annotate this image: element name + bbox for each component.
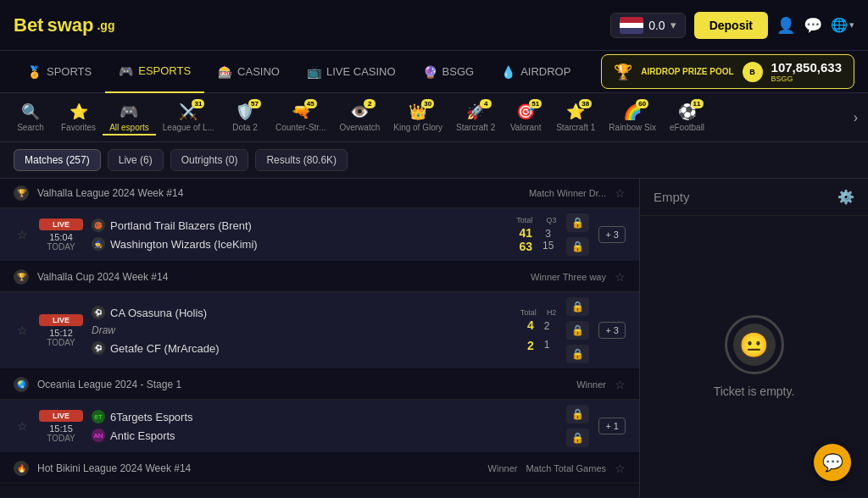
match-tabs-bar: Matches (257) Live (6) Outrights (0) Res… (0, 142, 868, 179)
sport-starcraft2[interactable]: 🚀 4 Starcraft 2 (449, 99, 502, 136)
team-logo-wizards: 🧙 (92, 237, 105, 251)
betslip-empty-message: Ticket is empty. (714, 385, 795, 398)
teams-6targets-antic: 6T 6Targets Esports AN Antic Esports (92, 410, 556, 442)
live-badge-oceania: LIVE (39, 410, 83, 422)
user-icon[interactable]: 👤 (776, 16, 795, 35)
tab-outrights[interactable]: Outrights (0) (170, 149, 249, 171)
airdrop-icon: 💧 (501, 65, 515, 79)
group-title-hot-bikini: Hot Bikini League 2024 Week #14 (37, 462, 480, 474)
score-q3-label: Q3 (546, 216, 556, 224)
sports-bar-next-button[interactable]: › (850, 110, 861, 125)
team-row-wizards: 🧙 Washington Wizards (IceKimi) (92, 237, 497, 251)
betslip-settings-button[interactable]: ⚙️ (837, 189, 854, 205)
team-name-getafe: Getafe CF (MrArcade) (110, 342, 220, 355)
logo: Betswap.gg (14, 14, 114, 36)
chat-button[interactable]: 💬 (814, 444, 851, 481)
messages-icon[interactable]: 💬 (804, 16, 822, 35)
team-row-osasuna: ⚽ CA Osasuna (Holis) (92, 306, 497, 319)
more-markets-button-oceania[interactable]: + 1 (598, 418, 626, 434)
group-favorite-button[interactable]: ☆ (615, 186, 626, 200)
tab-live[interactable]: Live (6) (108, 149, 164, 171)
score-team1-q3: 3 (545, 228, 551, 240)
bsgg-coin-icon: B (743, 62, 763, 82)
lol-icon-wrap: ⚔️ 31 (179, 102, 198, 121)
sport-dota2[interactable]: 🛡️ 57 Dota 2 (221, 99, 269, 136)
team-logo-osasuna: ⚽ (92, 306, 105, 319)
sport-overwatch[interactable]: 👁️ 2 Overwatch (332, 99, 387, 136)
lock-getafe[interactable]: 🔒 (566, 345, 589, 363)
nav-item-live-casino[interactable]: 📺 LIVE CASINO (293, 51, 409, 93)
casino-icon: 🎰 (218, 65, 232, 79)
sport-all-esports[interactable]: 🎮 All esports (103, 99, 156, 136)
tab-results[interactable]: Results (80.6K) (255, 149, 348, 171)
nav-item-casino[interactable]: 🎰 CASINO (204, 51, 293, 93)
csgo-label: Counter-Str... (275, 123, 326, 132)
group-oceania-icon: 🌏 (14, 377, 29, 392)
match-favorite-star[interactable]: ☆ (14, 228, 31, 241)
lock-antic[interactable]: 🔒 (566, 429, 589, 447)
nav-item-airdrop[interactable]: 💧 AIRDROP (487, 51, 584, 93)
bsgg-icon: 🔮 (423, 65, 437, 79)
sport-favorites[interactable]: ⭐ Favorites (54, 99, 103, 136)
sport-starcraft1[interactable]: ⭐ 38 Starcraft 1 (549, 99, 602, 136)
match-fav-star-oceania[interactable]: ☆ (14, 419, 31, 433)
lock-6targets[interactable]: 🔒 (566, 405, 589, 423)
matches-list: 🏆 Valhalla League 2024 Week #14 Match Wi… (0, 179, 639, 497)
lock-draw[interactable]: 🔒 (566, 321, 589, 340)
more-markets-button-blazers[interactable]: + 3 (598, 226, 626, 243)
chat-icon: 💬 (822, 452, 843, 473)
more-markets-button-cup[interactable]: + 3 (598, 322, 626, 339)
nav-item-bsgg[interactable]: 🔮 BSGG (409, 51, 488, 93)
nav-bsgg-label: BSGG (442, 65, 475, 78)
airdrop-banner[interactable]: 🏆 AIRDROP PRIZE POOL B 107,850,633 BSGG (601, 54, 854, 89)
tab-matches[interactable]: Matches (257) (14, 149, 101, 171)
main-nav: 🏅 SPORTS 🎮 ESPORTS 🎰 CASINO 📺 LIVE CASIN… (0, 51, 868, 93)
sport-valorant[interactable]: 🎯 51 Valorant (502, 99, 549, 136)
group-oceania-fav-button[interactable]: ☆ (615, 378, 626, 391)
csgo-icon-wrap: 🔫 45 (292, 102, 310, 121)
language-globe-button[interactable]: 🌐 ▾ (831, 17, 854, 33)
score-total-label: Total (516, 216, 532, 224)
sport-league-of-legends[interactable]: ⚔️ 31 League of L... (156, 99, 221, 136)
group-cup-icon: 🏆 (14, 269, 29, 285)
team-logo-antic: AN (92, 429, 105, 442)
team-logo-6targets: 6T (92, 410, 105, 423)
lock-col-oceania: 🔒 🔒 (565, 405, 590, 447)
airdrop-prize-label: AIRDROP PRIZE POOL (641, 67, 733, 76)
team-row-draw: Draw (92, 324, 497, 336)
sports-icon: 🏅 (27, 65, 42, 79)
sc1-badge: 38 (579, 99, 592, 108)
nav-item-sports[interactable]: 🏅 SPORTS (14, 51, 105, 93)
deposit-button[interactable]: Deposit (694, 12, 768, 39)
teams-blazers-wizards: 🏀 Portland Trail Blazers (Brent) 🧙 Washi… (92, 219, 497, 251)
sport-efootball[interactable]: ⚽ 11 eFootball (663, 99, 711, 136)
sport-csgo[interactable]: 🔫 45 Counter-Str... (269, 99, 332, 136)
team-row-blazers: 🏀 Portland Trail Blazers (Brent) (92, 219, 497, 232)
r6-label: Rainbow Six (609, 123, 656, 132)
logo-text: Bet (14, 14, 43, 36)
group-title-valhalla-cup: Valhalla Cup 2024 Week #14 (37, 271, 522, 283)
team-name-blazers: Portland Trail Blazers (Brent) (110, 219, 252, 232)
sport-rainbow-six[interactable]: 🌈 60 Rainbow Six (602, 99, 663, 136)
score-osasuna-total: 4 (527, 318, 534, 332)
sport-search[interactable]: 🔍 Search (7, 99, 54, 136)
score-team1-total: 41 (519, 226, 532, 240)
logo-swap: swap (47, 14, 93, 36)
group-cup-favorite-button[interactable]: ☆ (615, 270, 626, 284)
lock-osasuna[interactable]: 🔒 (566, 297, 589, 316)
group-hot-bikini-fav-button[interactable]: ☆ (615, 462, 626, 475)
balance-display[interactable]: 0.0 ▾ (610, 13, 685, 38)
match-fav-star-osasuna[interactable]: ☆ (14, 324, 31, 337)
lock-icon-team1[interactable]: 🔒 (566, 213, 589, 232)
kog-badge: 30 (421, 99, 434, 108)
match-time-oceania: LIVE 15:15 TODAY (39, 410, 83, 443)
lock-icon-team2[interactable]: 🔒 (566, 237, 589, 256)
lol-badge: 31 (192, 99, 204, 108)
score-osasuna-h2: 2 (544, 320, 550, 332)
val-icon-wrap: 🎯 51 (516, 102, 535, 121)
nav-item-esports[interactable]: 🎮 ESPORTS (105, 51, 204, 93)
sport-king-of-glory[interactable]: 👑 30 King of Glory (387, 99, 449, 136)
team-row-antic: AN Antic Esports (92, 429, 556, 442)
ow-icon-wrap: 👁️ 2 (350, 102, 369, 121)
balance-dropdown-icon[interactable]: ▾ (670, 19, 676, 31)
